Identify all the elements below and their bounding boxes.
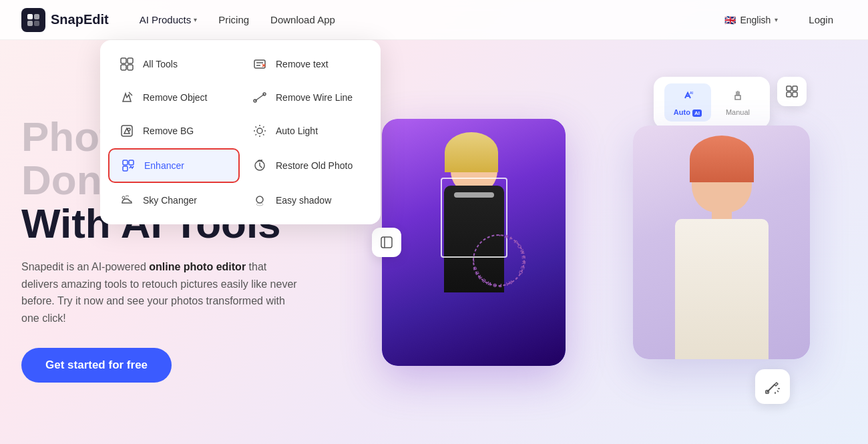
svg-point-33 [122, 196, 125, 199]
svg-rect-39 [787, 86, 791, 91]
auto-light-icon [250, 122, 269, 140]
nav-ai-products-label: AI Products [140, 14, 192, 25]
svg-rect-4 [121, 58, 126, 63]
menu-label: Restore Old Photo [276, 160, 353, 171]
svg-text:• AI POWERED • AI POWERED •: • AI POWERED • AI POWERED • [471, 232, 527, 288]
hero-description: Snapedit is an AI-powered online photo e… [21, 258, 302, 326]
svg-rect-42 [793, 92, 797, 97]
login-button[interactable]: Login [795, 9, 847, 31]
remove-bg-icon [118, 122, 136, 140]
menu-item-remove-wire[interactable]: Remove Wire Line [241, 81, 373, 114]
remove-wire-icon [250, 88, 269, 107]
svg-rect-40 [793, 86, 797, 91]
magic-brush-button[interactable] [755, 369, 790, 404]
svg-rect-2 [27, 21, 33, 26]
menu-label: Sky Changer [143, 195, 197, 206]
nav-links: AI Products ▾ Pricing Download App [130, 9, 718, 31]
right-woman-silhouette [633, 126, 810, 359]
svg-rect-8 [254, 60, 265, 68]
logo[interactable]: SnapEdit [21, 8, 109, 32]
menu-item-sky-changer[interactable]: Sky Changer [108, 184, 240, 216]
expand-button[interactable] [777, 77, 807, 106]
menu-item-easy-shadow[interactable]: Easy shadow [241, 184, 373, 216]
auto-label: Auto AI [674, 108, 702, 116]
navbar: SnapEdit AI Products ▾ Pricing Download … [0, 0, 868, 40]
svg-point-18 [128, 128, 130, 131]
svg-rect-30 [123, 166, 128, 171]
menu-item-all-tools[interactable]: All Tools [108, 48, 240, 80]
menu-item-enhancer[interactable]: Enhancer [108, 148, 240, 183]
menu-label: Remove BG [143, 126, 194, 136]
menu-label: Remove Object [143, 92, 207, 103]
title-blurred-ph: Ph [21, 114, 74, 160]
right-image-card [633, 126, 810, 359]
menu-label: Auto Light [276, 126, 318, 136]
chevron-down-icon: ▾ [194, 16, 197, 23]
svg-rect-1 [34, 14, 39, 19]
svg-point-19 [257, 128, 262, 134]
hero-images: AI Auto AI Manual [355, 40, 847, 444]
svg-rect-5 [128, 58, 133, 63]
nav-ai-products[interactable]: AI Products ▾ [130, 9, 207, 31]
nav-download[interactable]: Download App [261, 9, 345, 31]
auto-manual-card: AI Auto AI Manual [654, 77, 770, 128]
logo-icon [21, 8, 45, 32]
svg-line-26 [263, 127, 264, 128]
menu-label: All Tools [143, 59, 178, 69]
all-tools-icon [118, 55, 136, 73]
nav-right: 🇬🇧 English ▾ Login [718, 9, 847, 31]
svg-rect-28 [123, 160, 128, 165]
menu-item-restore-photo[interactable]: Restore Old Photo [241, 148, 373, 183]
svg-line-49 [777, 391, 779, 392]
language-selector[interactable]: 🇬🇧 English ▾ [718, 11, 785, 29]
manual-button[interactable]: Manual [716, 83, 759, 122]
menu-item-remove-bg[interactable]: Remove BG [108, 115, 240, 147]
svg-rect-3 [34, 21, 39, 26]
svg-rect-0 [27, 14, 33, 19]
auto-button[interactable]: AI Auto AI [664, 83, 711, 122]
svg-rect-6 [121, 65, 126, 70]
sky-changer-icon [118, 191, 136, 210]
restore-photo-icon [250, 156, 269, 175]
svg-line-25 [263, 134, 264, 136]
lang-chevron-icon: ▾ [775, 16, 778, 23]
menu-item-remove-text[interactable]: Remove text [241, 48, 373, 80]
remove-object-icon [118, 88, 136, 107]
nav-download-label: Download App [270, 14, 335, 25]
menu-label: Remove text [276, 59, 329, 69]
menu-item-remove-object[interactable]: Remove Object [108, 81, 240, 114]
ai-products-dropdown: All Tools Remove text Remove Object [100, 40, 381, 224]
cta-button[interactable]: Get started for free [21, 348, 172, 383]
menu-item-auto-light[interactable]: Auto Light [241, 115, 373, 147]
sidebar-panel-button[interactable] [372, 228, 401, 257]
easy-shadow-icon [250, 191, 269, 210]
menu-label: Easy shadow [276, 195, 331, 206]
brand-name: SnapEdit [51, 12, 109, 27]
menu-label: Remove Wire Line [276, 92, 353, 103]
ai-powered-badge: • AI POWERED • AI POWERED • [469, 230, 529, 290]
svg-rect-7 [128, 65, 133, 70]
svg-rect-41 [787, 92, 791, 97]
svg-rect-29 [129, 160, 134, 165]
svg-line-24 [256, 127, 257, 128]
svg-point-34 [256, 196, 263, 203]
svg-line-27 [256, 134, 257, 136]
svg-text:AI: AI [690, 91, 694, 95]
auto-ai-icon: AI [681, 89, 694, 105]
enhancer-icon [119, 156, 138, 175]
remove-text-icon [250, 55, 269, 73]
title-blurred-do: Do [21, 157, 77, 203]
nav-pricing-label: Pricing [218, 14, 249, 25]
svg-rect-45 [381, 237, 392, 248]
nav-pricing[interactable]: Pricing [209, 9, 258, 31]
manual-icon [731, 89, 744, 105]
menu-label: Enhancer [144, 160, 184, 171]
language-label: English [740, 15, 771, 25]
manual-label: Manual [726, 108, 750, 116]
flag-icon: 🇬🇧 [724, 15, 736, 25]
